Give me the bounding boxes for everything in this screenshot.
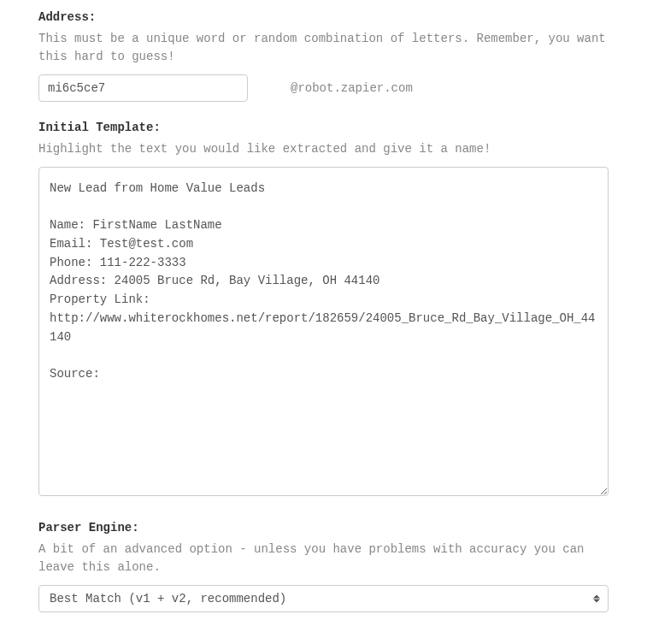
- address-input[interactable]: [38, 74, 248, 102]
- address-help-text: This must be a unique word or random com…: [38, 30, 609, 66]
- address-label: Address:: [38, 9, 609, 27]
- parser-help-text: A bit of an advanced option - unless you…: [38, 541, 609, 576]
- address-input-row: @robot.zapier.com: [38, 74, 609, 102]
- address-domain-suffix: @robot.zapier.com: [291, 80, 413, 97]
- template-label: Initial Template:: [38, 119, 609, 137]
- template-help-text: Highlight the text you would like extrac…: [38, 140, 609, 158]
- parser-field-group: Parser Engine: A bit of an advanced opti…: [38, 519, 609, 612]
- parser-label: Parser Engine:: [38, 519, 609, 537]
- parser-engine-select[interactable]: Best Match (v1 + v2, recommended): [38, 585, 609, 612]
- address-field-group: Address: This must be a unique word or r…: [38, 9, 609, 102]
- template-field-group: Initial Template: Highlight the text you…: [38, 119, 609, 502]
- template-textarea[interactable]: [38, 167, 609, 496]
- parser-select-wrapper: Best Match (v1 + v2, recommended): [38, 585, 609, 612]
